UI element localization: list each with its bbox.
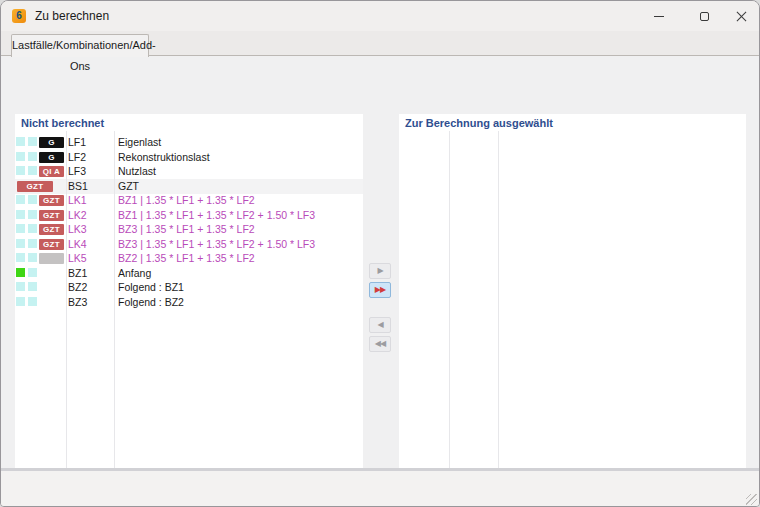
content-pane: Nicht berechnet GLF1EigenlastGLF2Rekonst… — [1, 56, 759, 468]
add-selected-button[interactable]: ▶ — [369, 263, 391, 279]
window-title: Zu berechnen — [35, 9, 109, 23]
column-divider — [498, 131, 499, 507]
row-LK2[interactable]: GZTLK2BZ1 | 1.35 * LF1 + 1.35 * LF2 + 1.… — [15, 208, 363, 223]
type-badge: GZT — [39, 210, 64, 221]
case-description: Eigenlast — [118, 136, 161, 148]
resize-grip[interactable] — [746, 494, 757, 505]
row-LK5[interactable]: LK5BZ2 | 1.35 * LF1 + 1.35 * LF2 — [15, 251, 363, 266]
type-badge: GZT — [39, 239, 64, 250]
type-badge: GZT — [39, 224, 64, 235]
checkbox-cyan[interactable] — [28, 210, 37, 219]
not-calculated-header: Nicht berechnet — [21, 117, 104, 129]
checkbox-green[interactable] — [16, 268, 25, 277]
row-LF3[interactable]: QI ALF3Nutzlast — [15, 164, 363, 179]
checkbox-cyan[interactable] — [16, 297, 25, 306]
checkbox-cyan[interactable] — [16, 253, 25, 262]
type-badge: G — [39, 137, 64, 148]
case-name: BZ3 — [68, 296, 87, 308]
case-description: Anfang — [118, 267, 151, 279]
checkbox-cyan[interactable] — [16, 282, 25, 291]
selected-for-calculation-list: Zur Berechnung ausgewählt — [399, 114, 746, 507]
checkbox-cyan[interactable] — [16, 137, 25, 146]
column-divider — [66, 131, 67, 494]
row-LK4[interactable]: GZTLK4BZ3 | 1.35 * LF1 + 1.35 * LF2 + 1.… — [15, 237, 363, 252]
case-name: LF3 — [68, 165, 86, 177]
case-name: LK3 — [68, 223, 87, 235]
row-LF2[interactable]: GLF2Rekonstruktionslast — [15, 150, 363, 165]
dialog-zu-berechnen: 6 Zu berechnen Lastfälle/Kombinationen/A… — [0, 0, 760, 507]
checkbox-cyan[interactable] — [16, 210, 25, 219]
case-description: BZ2 | 1.35 * LF1 + 1.35 * LF2 — [118, 252, 255, 264]
checkbox-cyan[interactable] — [28, 268, 37, 277]
case-name: LK1 — [68, 194, 87, 206]
close-icon — [736, 11, 747, 22]
checkbox-cyan[interactable] — [16, 195, 25, 204]
checkbox-cyan[interactable] — [16, 224, 25, 233]
remove-selected-button[interactable]: ◀ — [369, 317, 391, 333]
add-all-button[interactable]: ▶▶ — [369, 282, 391, 298]
app-icon: 6 — [12, 9, 26, 23]
case-description: BZ3 | 1.35 * LF1 + 1.35 * LF2 — [118, 223, 255, 235]
type-badge — [39, 253, 64, 264]
footer-bar: ? → OK Abbrechen — [1, 471, 759, 507]
checkbox-cyan[interactable] — [16, 239, 25, 248]
close-button[interactable] — [723, 1, 760, 31]
row-LK1[interactable]: GZTLK1BZ1 | 1.35 * LF1 + 1.35 * LF2 — [15, 193, 363, 208]
case-description: BZ1 | 1.35 * LF1 + 1.35 * LF2 — [118, 194, 255, 206]
checkbox-cyan[interactable] — [28, 239, 37, 248]
case-name: LF2 — [68, 151, 86, 163]
selected-for-calculation-header: Zur Berechnung ausgewählt — [405, 117, 553, 129]
row-BZ2[interactable]: BZ2Folgend : BZ1 — [15, 280, 363, 295]
checkbox-cyan[interactable] — [16, 152, 25, 161]
checkbox-cyan[interactable] — [28, 297, 37, 306]
checkbox-cyan[interactable] — [28, 166, 37, 175]
checkbox-cyan[interactable] — [28, 224, 37, 233]
type-badge: QI A — [39, 166, 64, 177]
row-BZ1[interactable]: BZ1Anfang — [15, 266, 363, 281]
type-badge: G — [39, 152, 64, 163]
checkbox-cyan[interactable] — [16, 166, 25, 175]
case-name: LK2 — [68, 209, 87, 221]
type-badge: GZT — [39, 195, 64, 206]
checkbox-cyan[interactable] — [28, 195, 37, 204]
case-name: BS1 — [68, 180, 88, 192]
case-name: LK5 — [68, 252, 87, 264]
case-description: Folgend : BZ1 — [118, 281, 184, 293]
case-name: BZ1 — [68, 267, 87, 279]
row-LK3[interactable]: GZTLK3BZ3 | 1.35 * LF1 + 1.35 * LF2 — [15, 222, 363, 237]
case-description: Nutzlast — [118, 165, 156, 177]
minimize-button[interactable] — [638, 1, 680, 31]
row-BS1[interactable]: GZTBS1GZT — [15, 179, 363, 194]
row-BZ3[interactable]: BZ3Folgend : BZ2 — [15, 295, 363, 310]
case-name: LF1 — [68, 136, 86, 148]
row-LF1[interactable]: GLF1Eigenlast — [15, 135, 363, 150]
maximize-button[interactable] — [683, 1, 725, 31]
column-divider — [449, 131, 450, 507]
category-badge: GZT — [17, 181, 53, 192]
remove-all-button[interactable]: ◀◀ — [369, 336, 391, 352]
checkbox-cyan[interactable] — [28, 152, 37, 161]
minimize-icon — [654, 16, 664, 17]
case-description: Rekonstruktionslast — [118, 151, 210, 163]
not-calculated-list: Nicht berechnet GLF1EigenlastGLF2Rekonst… — [15, 114, 363, 494]
case-name: BZ2 — [68, 281, 87, 293]
checkbox-cyan[interactable] — [28, 282, 37, 291]
column-divider — [114, 131, 115, 494]
maximize-icon — [700, 12, 709, 21]
case-description: BZ3 | 1.35 * LF1 + 1.35 * LF2 + 1.50 * L… — [118, 238, 315, 250]
checkbox-cyan[interactable] — [28, 253, 37, 262]
checkbox-cyan[interactable] — [28, 137, 37, 146]
case-description: GZT — [118, 180, 139, 192]
case-name: LK4 — [68, 238, 87, 250]
case-description: Folgend : BZ2 — [118, 296, 184, 308]
title-bar: 6 Zu berechnen — [1, 1, 759, 31]
tab-lastfaelle-kombinationen-addons[interactable]: Lastfälle/Kombinationen/Add-Ons — [11, 34, 149, 57]
case-description: BZ1 | 1.35 * LF1 + 1.35 * LF2 + 1.50 * L… — [118, 209, 315, 221]
